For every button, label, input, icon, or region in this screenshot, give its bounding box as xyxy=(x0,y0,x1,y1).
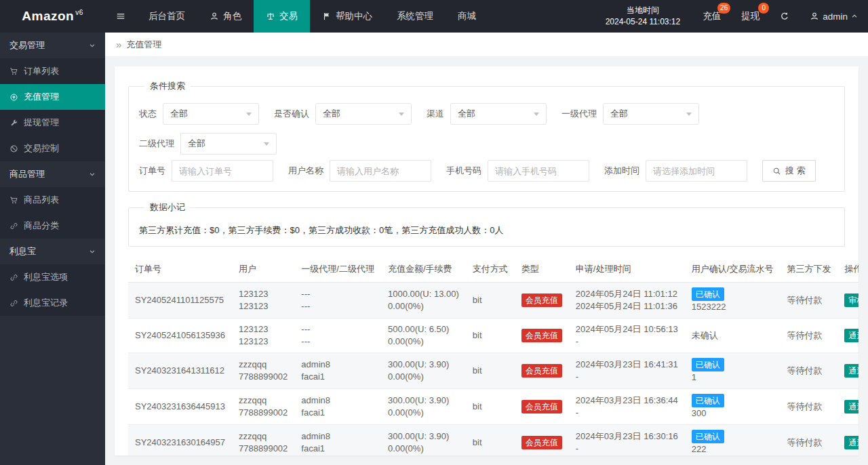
sidebar-item-trade-control[interactable]: 交易控制 xyxy=(0,136,105,161)
sidebar-item-withdraw-management[interactable]: 提现管理 xyxy=(0,110,105,136)
add-time-input[interactable] xyxy=(646,160,747,182)
refresh-icon xyxy=(780,12,789,21)
app-logo-text: Amazon xyxy=(22,9,74,24)
approve-button[interactable]: 通过 xyxy=(844,364,859,378)
cell-actions: 通过驳回 xyxy=(837,425,859,456)
filter-phone: 手机号码 xyxy=(446,160,589,182)
recharge-shortcut[interactable]: 充值 26 xyxy=(692,0,731,33)
sidebar-item-order-list[interactable]: 订单列表 xyxy=(0,58,105,84)
user-menu[interactable]: admin xyxy=(800,0,868,33)
topnav-help-center[interactable]: 帮助中心 xyxy=(310,0,384,33)
topbar: Amazonv6 后台首页角色交易帮助中心系统管理商城 当地时间 2024-05… xyxy=(0,0,868,33)
approve-button[interactable]: 通过 xyxy=(844,436,859,449)
cell-amount: 500.00(U: 6.50)0.00(0%) xyxy=(381,319,466,353)
cell-confirm: 已确认300 xyxy=(685,389,781,425)
agent-level1-select[interactable]: 全部 xyxy=(603,103,699,125)
cell-agents: admin8facai1 xyxy=(294,389,381,425)
sidebar-group-label: 利息宝 xyxy=(9,245,36,258)
withdraw-count-badge: 0 xyxy=(758,3,769,14)
agent-level2-select[interactable]: 全部 xyxy=(180,133,277,155)
cell-actions: 通过驳回 xyxy=(837,389,859,425)
sidebar-group-goods-management[interactable]: 商品管理 xyxy=(0,161,105,187)
topnav-roles[interactable]: 角色 xyxy=(197,0,254,33)
phone-input[interactable] xyxy=(488,160,589,182)
cell-pay-method: bit xyxy=(466,389,515,425)
sidebar-item-label: 商品分类 xyxy=(24,220,59,232)
cart-icon xyxy=(9,67,18,76)
topnav-label: 商城 xyxy=(458,10,476,22)
sidebar-item-recharge-management[interactable]: 充值管理 xyxy=(0,84,105,110)
cell-agents: admin8facai1 xyxy=(294,425,381,456)
cell-pay-method: bit xyxy=(466,319,515,353)
wrench-icon xyxy=(9,119,18,127)
top-nav: 后台首页角色交易帮助中心系统管理商城 xyxy=(136,0,488,33)
sidebar-group-lixibao[interactable]: 利息宝 xyxy=(0,239,105,264)
recharge-shortcut-label: 充值 xyxy=(703,10,721,22)
filter-label: 二级代理 xyxy=(139,138,174,150)
cell-confirm: 已确认1 xyxy=(685,353,781,389)
flag-icon xyxy=(322,12,332,21)
confirmed-badge: 已确认 xyxy=(692,430,724,443)
chevron-down-icon xyxy=(264,142,269,146)
column-header: 第三方下发 xyxy=(780,256,837,283)
cell-order-no: SY2403231636445913 xyxy=(128,389,232,425)
sidebar-item-goods-list[interactable]: 商品列表 xyxy=(0,187,105,213)
person-icon xyxy=(210,12,219,21)
link-icon xyxy=(9,299,18,308)
column-header: 类型 xyxy=(515,256,569,283)
type-badge: 会员充值 xyxy=(521,436,562,449)
filter-label: 订单号 xyxy=(139,165,165,177)
link-icon xyxy=(9,273,18,282)
withdraw-shortcut[interactable]: 提现 0 xyxy=(731,0,770,33)
topnav-system[interactable]: 系统管理 xyxy=(384,0,446,33)
search-panel-legend: 条件搜索 xyxy=(144,80,191,92)
sidebar-item-label: 利息宝记录 xyxy=(24,297,68,309)
sidebar-group-trade-management[interactable]: 交易管理 xyxy=(0,33,105,58)
sidebar-item-label: 利息宝选项 xyxy=(24,271,68,283)
breadcrumb-label: 充值管理 xyxy=(126,39,161,51)
topnav-mall[interactable]: 商城 xyxy=(446,0,488,33)
cell-times: 2024年03月23日 16:30:16- xyxy=(569,425,685,456)
topnav-home[interactable]: 后台首页 xyxy=(136,0,197,33)
filter-label: 渠道 xyxy=(427,108,444,120)
search-input-row: 订单号用户名称手机号码添加时间搜 索 xyxy=(139,160,834,182)
topnav-trade[interactable]: 交易 xyxy=(254,0,310,33)
column-header: 用户确认/交易流水号 xyxy=(685,256,781,283)
menu-icon xyxy=(116,12,125,21)
cell-pay-method: bit xyxy=(466,283,515,319)
type-badge: 会员充值 xyxy=(521,400,562,413)
select-value: 全部 xyxy=(458,108,475,120)
sidebar-item-lixibao-options[interactable]: 利息宝选项 xyxy=(0,264,105,290)
status-select[interactable]: 全部 xyxy=(163,103,259,125)
hamburger-icon[interactable] xyxy=(105,0,136,33)
filter-order-no: 订单号 xyxy=(139,160,273,182)
person-icon xyxy=(810,12,819,21)
summary-panel-legend: 数据小记 xyxy=(144,201,191,214)
chevron-down-icon xyxy=(246,113,252,116)
approve-button[interactable]: 通过 xyxy=(844,329,859,342)
topnav-label: 交易 xyxy=(279,10,298,22)
sidebar: 交易管理订单列表充值管理提现管理交易控制商品管理商品列表商品分类利息宝利息宝选项… xyxy=(0,33,105,465)
sidebar-item-goods-category[interactable]: 商品分类 xyxy=(0,213,105,239)
approve-button[interactable]: 审核通过 xyxy=(844,294,859,307)
confirm-select[interactable]: 全部 xyxy=(315,103,412,125)
order-no-input[interactable] xyxy=(172,160,273,182)
cell-third-party: 等待付款 xyxy=(780,283,837,319)
sidebar-item-lixibao-records[interactable]: 利息宝记录 xyxy=(0,290,105,316)
filter-label: 手机号码 xyxy=(446,165,481,177)
column-header: 申请/处理时间 xyxy=(569,256,685,283)
filter-label: 用户名称 xyxy=(288,165,323,177)
app-logo[interactable]: Amazonv6 xyxy=(0,0,105,33)
cell-actions: 审核通过 xyxy=(837,283,859,319)
filter-add-time: 添加时间 xyxy=(604,160,747,182)
confirmed-badge: 已确认 xyxy=(692,394,724,407)
sidebar-item-label: 交易控制 xyxy=(24,142,59,155)
approve-button[interactable]: 通过 xyxy=(844,400,859,413)
channel-select[interactable]: 全部 xyxy=(450,103,547,125)
search-button[interactable]: 搜 索 xyxy=(762,160,816,182)
refresh-button[interactable] xyxy=(770,0,800,33)
cell-confirm: 已确认1523222 xyxy=(685,283,781,319)
username-input[interactable] xyxy=(330,160,431,182)
cell-times: 2024年03月23日 16:41:31- xyxy=(569,353,685,389)
search-select-row: 状态全部是否确认全部渠道全部一级代理全部二级代理全部 xyxy=(139,103,834,155)
